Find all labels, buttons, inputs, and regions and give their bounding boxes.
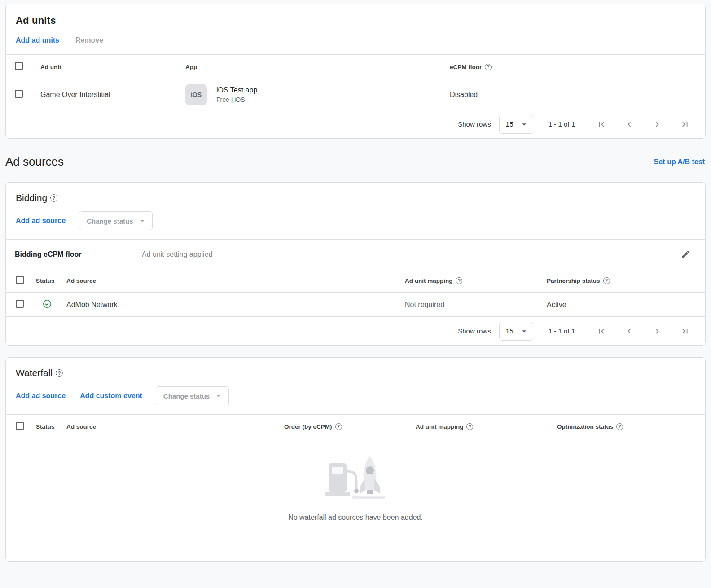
ad-sources-section-header: Ad sources Set up A/B test: [5, 155, 705, 169]
bidding-row: AdMob Network Not required Active: [6, 292, 705, 316]
last-page-icon: [680, 326, 690, 336]
col-optimization-status: Optimization status: [557, 423, 613, 430]
col-ecpm-floor: eCPM floor: [450, 64, 482, 70]
bidding-ecpm-floor-value: Ad unit setting applied: [142, 250, 212, 259]
page-range-label: 1 - 1 of 1: [549, 120, 575, 128]
rows-per-page-value: 15: [506, 327, 514, 335]
ad-units-title: Ad units: [16, 15, 695, 26]
next-page-button[interactable]: [652, 326, 663, 337]
col-status: Status: [36, 277, 66, 284]
col-order-by-ecpm: Order (by eCPM): [284, 423, 332, 430]
ad-unit-mapping-help-icon[interactable]: ?: [456, 277, 462, 284]
status-active-check-icon: [42, 299, 52, 309]
app-cell: iOS iOS Test app Free | iOS: [185, 84, 450, 105]
dropdown-caret-icon: [519, 326, 529, 336]
show-rows-label: Show rows:: [458, 327, 493, 335]
first-page-button[interactable]: [596, 326, 607, 337]
waterfall-add-ad-source-button[interactable]: Add ad source: [16, 392, 66, 400]
waterfall-header-row: Status Ad source Order (by eCPM) ? Ad un…: [6, 414, 705, 439]
col-ad-source: Ad source: [66, 277, 405, 284]
ad-units-pagination: Show rows: 15 1 - 1 of 1: [6, 110, 705, 138]
app-icon: iOS: [185, 84, 207, 105]
admob-mediation-page: Ad units Add ad units Remove Ad unit App…: [0, 0, 711, 562]
col-partnership-status: Partnership status: [547, 277, 600, 284]
first-page-button[interactable]: [596, 119, 607, 130]
first-page-icon: [597, 119, 606, 129]
last-page-button[interactable]: [680, 326, 690, 337]
order-help-icon[interactable]: ?: [335, 423, 342, 430]
next-page-button[interactable]: [652, 119, 663, 130]
rows-per-page-select[interactable]: 15: [499, 322, 533, 341]
bidding-change-status-button[interactable]: Change status: [79, 211, 152, 230]
ecpm-floor-help-icon[interactable]: ?: [485, 64, 492, 70]
bidding-ecpm-floor-row: Bidding eCPM floor Ad unit setting appli…: [6, 239, 705, 269]
remove-button[interactable]: Remove: [75, 36, 103, 44]
dropdown-caret-icon: [519, 119, 529, 129]
select-all-waterfall-checkbox[interactable]: [16, 422, 24, 430]
partnership-status-help-icon[interactable]: ?: [603, 277, 610, 284]
chevron-left-icon: [624, 119, 634, 129]
col-ad-source: Ad source: [66, 423, 284, 430]
ad-unit-row: Game Over Interstitial iOS iOS Test app …: [6, 79, 705, 110]
bidding-card: Bidding ? Add ad source Change status Bi…: [5, 182, 706, 346]
select-all-cell: [15, 62, 40, 72]
last-page-icon: [680, 119, 690, 129]
ad-unit-row-checkbox[interactable]: [15, 90, 23, 98]
waterfall-empty-state: No waterfall ad sources have been added.: [6, 439, 705, 535]
add-custom-event-button[interactable]: Add custom event: [80, 392, 142, 400]
col-app: App: [185, 64, 450, 70]
bidding-pagination: Show rows: 15 1 - 1 of 1: [6, 316, 705, 345]
bidding-mapping-value: Not required: [405, 301, 547, 309]
bidding-actions: Add ad source Change status: [16, 211, 695, 230]
chevron-right-icon: [652, 119, 662, 129]
chevron-left-icon: [624, 326, 634, 336]
first-page-icon: [597, 326, 606, 336]
dropdown-caret-icon: [214, 391, 223, 400]
ad-unit-mapping-help-icon[interactable]: ?: [466, 423, 473, 430]
setup-ab-test-link[interactable]: Set up A/B test: [654, 158, 705, 166]
app-meta: Free | iOS: [216, 96, 257, 103]
dropdown-caret-icon: [138, 216, 147, 225]
col-ad-unit-mapping: Ad unit mapping: [405, 277, 452, 284]
rows-per-page-value: 15: [506, 120, 514, 128]
waterfall-card: Waterfall ? Add ad source Add custom eve…: [5, 357, 706, 562]
waterfall-change-status-button[interactable]: Change status: [156, 386, 229, 405]
ecpm-floor-value: Disabled: [450, 91, 705, 99]
edit-ecpm-floor-button[interactable]: [679, 248, 692, 261]
bidding-ecpm-floor-label: Bidding eCPM floor: [15, 250, 142, 259]
page-range-label: 1 - 1 of 1: [549, 327, 575, 335]
bidding-title: Bidding: [16, 193, 47, 203]
select-all-bidding-checkbox[interactable]: [16, 276, 24, 284]
ad-unit-name[interactable]: Game Over Interstitial: [40, 91, 185, 99]
ad-units-header-row: Ad unit App eCPM floor ?: [6, 54, 705, 79]
prev-page-button[interactable]: [624, 326, 635, 337]
waterfall-actions: Add ad source Add custom event Change st…: [16, 386, 695, 405]
bidding-help-icon[interactable]: ?: [50, 194, 57, 202]
ad-units-actions: Add ad units Remove: [16, 36, 695, 44]
bidding-header-row: Status Ad source Ad unit mapping ? Partn…: [6, 269, 705, 292]
col-ad-unit: Ad unit: [40, 64, 185, 70]
select-all-ad-units-checkbox[interactable]: [15, 62, 23, 70]
waterfall-help-icon[interactable]: ?: [56, 369, 63, 377]
show-rows-label: Show rows:: [458, 120, 493, 128]
chevron-right-icon: [652, 326, 662, 336]
pagination-nav: [588, 119, 699, 130]
col-ad-unit-mapping: Ad unit mapping: [416, 423, 463, 430]
last-page-button[interactable]: [680, 119, 690, 130]
app-name: iOS Test app: [216, 86, 257, 94]
ad-sources-heading: Ad sources: [5, 155, 64, 169]
add-ad-units-button[interactable]: Add ad units: [16, 36, 59, 44]
waterfall-empty-message: No waterfall ad sources have been added.: [288, 513, 423, 522]
bidding-add-ad-source-button[interactable]: Add ad source: [16, 217, 66, 225]
col-status: Status: [36, 423, 66, 430]
rows-per-page-select[interactable]: 15: [499, 115, 533, 134]
edit-pencil-icon: [681, 250, 690, 259]
rocket-illustration: [320, 452, 391, 506]
optimization-status-help-icon[interactable]: ?: [616, 423, 623, 430]
bidding-row-checkbox[interactable]: [16, 300, 24, 308]
bidding-ad-source-name[interactable]: AdMob Network: [66, 301, 405, 309]
waterfall-footer: [6, 535, 705, 561]
pagination-nav: [588, 326, 699, 337]
prev-page-button[interactable]: [624, 119, 635, 130]
ad-units-card: Ad units Add ad units Remove Ad unit App…: [5, 4, 706, 139]
